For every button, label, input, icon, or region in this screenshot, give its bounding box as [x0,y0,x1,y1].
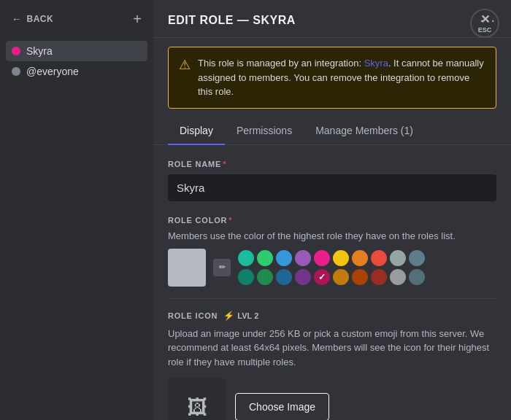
swatch-2-7[interactable] [352,269,368,285]
role-name-input[interactable] [168,174,496,201]
swatch-1-4[interactable] [295,250,311,266]
main-header: EDIT ROLE — SKYRA ··· [153,0,511,38]
swatch-2-5[interactable] [314,269,330,285]
swatch-1-3[interactable] [276,250,292,266]
tabs-bar: Display Permissions Manage Members (1) [153,117,511,145]
lvl-text: LVL 2 [237,311,258,320]
swatch-1-10[interactable] [409,250,425,266]
required-star: * [223,160,226,168]
role-dot-everyone [12,67,20,76]
swatch-2-10[interactable] [409,269,425,285]
sidebar-item-label: @everyone [26,66,79,77]
upload-plus-icon: 🖼 [187,395,207,419]
role-dot-skyra [12,47,20,55]
warning-text: This role is managed by an integration: … [198,56,485,99]
page-title: EDIT ROLE — SKYRA [168,14,296,27]
back-button[interactable]: ← BACK [12,13,53,25]
warning-icon: ⚠ [179,57,191,73]
close-icon: ✕ [480,14,490,26]
warning-banner: ⚠ This role is managed by an integration… [168,47,496,109]
main-panel: EDIT ROLE — SKYRA ··· ⚠ This role is man… [153,0,511,420]
tab-permissions[interactable]: Permissions [225,117,304,145]
content-area: ROLE NAME* ROLE COLOR* Members use the c… [153,145,511,421]
warning-link[interactable]: Skyra [364,58,388,69]
tab-manage-members[interactable]: Manage Members (1) [304,117,425,145]
color-section: ROLE COLOR* Members use the color of the… [168,216,496,287]
color-picker-row: ✏ [168,249,496,287]
required-star-color: * [228,216,232,225]
esc-label: ESC [478,26,492,34]
back-arrow-icon: ← [12,13,23,25]
swatch-2-8[interactable] [371,269,387,285]
swatch-1-5[interactable] [314,250,330,266]
color-swatches [238,250,425,285]
swatch-1-8[interactable] [371,250,387,266]
swatch-2-1[interactable] [238,269,254,285]
choose-image-button[interactable]: Choose Image [235,393,329,420]
swatch-1-1[interactable] [238,250,254,266]
pencil-button[interactable]: ✏ [213,259,231,276]
sidebar-item-everyone[interactable]: @everyone [6,61,147,82]
swatch-1-7[interactable] [352,250,368,266]
icon-upload-box[interactable]: 🖼 [168,378,226,420]
swatch-2-6[interactable] [333,269,349,285]
warning-text-before: This role is managed by an integration: [198,58,364,69]
swatch-2-4[interactable] [295,269,311,285]
role-icon-description: Upload an image under 256 KB or pick a c… [168,327,496,370]
swatch-1-2[interactable] [257,250,273,266]
swatch-2-2[interactable] [257,269,273,285]
back-label: BACK [27,14,54,24]
swatch-1-6[interactable] [333,250,349,266]
color-description: Members use the color of the highest rol… [168,230,496,241]
role-name-label: ROLE NAME* [168,160,496,168]
tab-display[interactable]: Display [168,117,225,145]
sidebar: ← BACK + Skyra @everyone [0,0,153,420]
lvl-badge: ⚡ LVL 2 [223,311,258,321]
swatch-row-1 [238,250,425,266]
add-role-button[interactable]: + [133,12,142,26]
sidebar-header: ← BACK + [6,9,147,29]
role-icon-label: ROLE ICON [168,311,218,320]
boost-icon: ⚡ [223,311,234,321]
color-preview-box[interactable] [168,249,206,287]
section-divider [168,298,496,299]
swatch-2-3[interactable] [276,269,292,285]
icon-upload-row: 🖼 Choose Image [168,378,496,420]
esc-button[interactable]: ✕ ESC [470,9,499,38]
role-color-label: ROLE COLOR* [168,216,496,225]
icon-section-header: ROLE ICON ⚡ LVL 2 [168,311,496,321]
sidebar-item-skyra[interactable]: Skyra [6,41,147,61]
swatch-1-9[interactable] [390,250,406,266]
swatch-row-2 [238,269,425,285]
app-wrapper: ← BACK + Skyra @everyone EDIT ROLE — SKY… [0,0,511,420]
sidebar-item-label: Skyra [26,45,53,57]
swatch-2-9[interactable] [390,269,406,285]
